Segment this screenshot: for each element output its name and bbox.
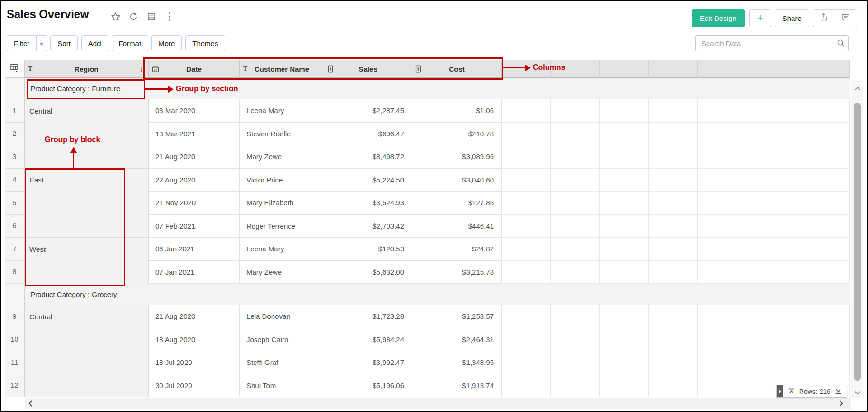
- empty-cell[interactable]: [502, 215, 551, 238]
- empty-cell[interactable]: [795, 261, 844, 284]
- cell-sales[interactable]: $5,224.50: [324, 169, 412, 192]
- cell-customer[interactable]: Roger Terrence: [240, 215, 324, 238]
- empty-cell[interactable]: [551, 215, 600, 238]
- empty-cell[interactable]: [698, 192, 746, 215]
- empty-cell[interactable]: [551, 374, 600, 398]
- cell-customer[interactable]: Shui Tom: [240, 374, 324, 398]
- empty-column-header[interactable]: [502, 60, 551, 78]
- cell-region[interactable]: [25, 328, 149, 352]
- empty-cell[interactable]: [746, 261, 795, 284]
- vertical-scrollbar-thumb[interactable]: [854, 103, 861, 381]
- empty-cell[interactable]: [551, 261, 600, 284]
- cell-cost[interactable]: $3,089.96: [412, 145, 502, 169]
- empty-cell[interactable]: [698, 169, 746, 192]
- vertical-scrollbar[interactable]: [851, 80, 863, 398]
- cell-date[interactable]: 18 Aug 2020: [149, 328, 240, 352]
- empty-cell[interactable]: [746, 305, 795, 328]
- edit-design-button[interactable]: Edit Design: [692, 9, 745, 27]
- empty-cell[interactable]: [600, 215, 649, 238]
- search-input[interactable]: [696, 39, 834, 48]
- empty-cell[interactable]: [600, 328, 649, 352]
- empty-cell[interactable]: [698, 99, 746, 123]
- empty-cell[interactable]: [502, 169, 551, 192]
- empty-cell[interactable]: [649, 328, 698, 352]
- cell-cost[interactable]: $1,348.95: [412, 351, 502, 374]
- empty-cell[interactable]: [502, 99, 551, 123]
- cell-cost[interactable]: $3,040.60: [412, 169, 502, 192]
- empty-cell[interactable]: [698, 328, 746, 352]
- empty-cell[interactable]: [600, 192, 649, 215]
- cell-region[interactable]: [25, 215, 149, 238]
- empty-cell[interactable]: [551, 328, 600, 352]
- cell-sales[interactable]: $5,632.00: [324, 261, 412, 284]
- add-view-button[interactable]: +: [749, 9, 771, 27]
- cell-cost[interactable]: $3,215.78: [412, 261, 502, 284]
- empty-cell[interactable]: [551, 145, 600, 169]
- empty-cell[interactable]: [600, 238, 649, 261]
- cell-sales[interactable]: $3,524.93: [324, 192, 412, 215]
- empty-cell[interactable]: [698, 145, 746, 169]
- empty-cell[interactable]: [600, 351, 649, 374]
- empty-cell[interactable]: [551, 305, 600, 328]
- empty-cell[interactable]: [649, 123, 698, 146]
- cell-customer[interactable]: Mary Zewe: [240, 261, 324, 284]
- empty-cell[interactable]: [795, 328, 844, 352]
- cell-date[interactable]: 03 Mar 2020: [149, 99, 240, 123]
- empty-cell[interactable]: [502, 123, 551, 146]
- cell-sales[interactable]: $1,723.28: [324, 305, 412, 328]
- empty-cell[interactable]: [698, 374, 746, 398]
- cell-customer[interactable]: Joseph Cairn: [240, 328, 324, 352]
- empty-cell[interactable]: [649, 261, 698, 284]
- cell-cost[interactable]: $446.41: [412, 215, 502, 238]
- cell-date[interactable]: 30 Jul 2020: [149, 374, 240, 398]
- refresh-icon[interactable]: [128, 11, 139, 22]
- cell-cost[interactable]: $2,464.31: [412, 328, 502, 352]
- cell-sales[interactable]: $5,196.06: [324, 374, 412, 398]
- cell-date[interactable]: 22 Aug 2020: [149, 169, 240, 192]
- empty-cell[interactable]: [698, 215, 746, 238]
- empty-cell[interactable]: [600, 261, 649, 284]
- cell-date[interactable]: 07 Feb 2021: [149, 215, 240, 238]
- filter-dropdown-button[interactable]: [37, 35, 47, 51]
- cell-cost[interactable]: $127.86: [412, 192, 502, 215]
- empty-cell[interactable]: [551, 192, 600, 215]
- empty-cell[interactable]: [795, 238, 844, 261]
- favorite-star-icon[interactable]: [110, 11, 121, 22]
- cell-customer[interactable]: Mary Elizabeth: [240, 192, 324, 215]
- cell-sales[interactable]: $8,498.72: [324, 145, 412, 169]
- cell-date[interactable]: 07 Jan 2021: [149, 261, 240, 284]
- cell-customer[interactable]: Mary Zewe: [240, 145, 324, 169]
- cell-date[interactable]: 18 Jul 2020: [149, 351, 240, 374]
- empty-cell[interactable]: [502, 192, 551, 215]
- empty-cell[interactable]: [698, 238, 746, 261]
- more-vertical-icon[interactable]: [164, 11, 175, 22]
- column-header-date[interactable]: 17 Date: [149, 60, 240, 78]
- empty-cell[interactable]: [795, 351, 844, 374]
- empty-cell[interactable]: [600, 374, 649, 398]
- empty-cell[interactable]: [649, 238, 698, 261]
- cell-region[interactable]: [25, 192, 149, 215]
- scroll-left-icon[interactable]: [28, 400, 33, 409]
- empty-cell[interactable]: [746, 123, 795, 146]
- empty-cell[interactable]: [551, 351, 600, 374]
- table-corner-cell[interactable]: [5, 60, 25, 78]
- empty-column-header[interactable]: [795, 60, 844, 78]
- empty-cell[interactable]: [795, 145, 844, 169]
- empty-cell[interactable]: [551, 169, 600, 192]
- empty-cell[interactable]: [600, 145, 649, 169]
- empty-cell[interactable]: [600, 123, 649, 146]
- cell-date[interactable]: 21 Aug 2020: [149, 145, 240, 169]
- cell-sales[interactable]: $5,984.24: [324, 328, 412, 352]
- cell-sales[interactable]: $3,992.47: [324, 351, 412, 374]
- empty-cell[interactable]: [502, 328, 551, 352]
- empty-cell[interactable]: [698, 123, 746, 146]
- save-icon[interactable]: [146, 11, 157, 22]
- section-label[interactable]: Product Category : Grocery: [25, 284, 850, 305]
- empty-cell[interactable]: [746, 169, 795, 192]
- empty-cell[interactable]: [649, 192, 698, 215]
- empty-column-header[interactable]: [746, 60, 795, 78]
- export-button[interactable]: [813, 9, 835, 27]
- empty-cell[interactable]: [746, 215, 795, 238]
- empty-cell[interactable]: [502, 305, 551, 328]
- column-header-customer-name[interactable]: T Customer Name: [240, 60, 324, 78]
